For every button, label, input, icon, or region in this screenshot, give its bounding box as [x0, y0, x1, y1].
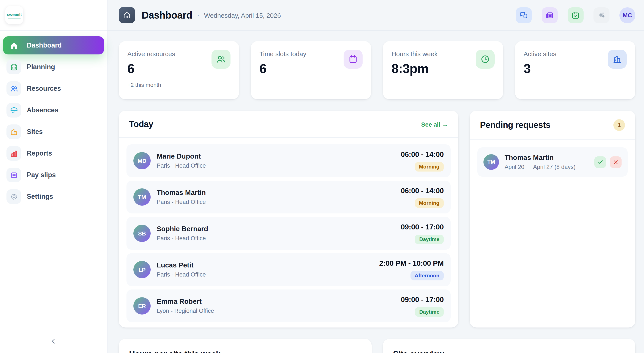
sidebar-header: sweeeft — [0, 0, 107, 31]
see-all-link[interactable]: See all → — [421, 121, 448, 128]
sidebar-nav: Dashboard Planning Resources Absences — [0, 31, 107, 329]
shift-row[interactable]: MD Marie Dupont Paris - Head Office 06:0… — [126, 144, 451, 177]
avatar: TM — [484, 154, 499, 170]
receipt-icon — [6, 168, 21, 182]
shift-badge: Daytime — [415, 234, 444, 244]
reject-button[interactable] — [610, 156, 622, 168]
app-root: sweeeft Dashboard Planning — [0, 0, 644, 353]
title-separator: · — [197, 11, 200, 19]
shift-row[interactable]: TM Thomas Martin Paris - Head Office 06:… — [126, 181, 451, 213]
stats-row: Active resources 6 +2 this month Time sl… — [119, 41, 635, 99]
home-badge-icon — [119, 7, 135, 23]
stat-card-time-slots: Time slots today 6 — [251, 41, 371, 99]
shift-time: 06:00 - 14:00 — [401, 150, 444, 159]
today-card-header: Today See all → — [119, 111, 458, 138]
umbrella-icon — [6, 103, 21, 118]
calendar-icon — [6, 60, 21, 74]
site-overview-card: Site overview — [383, 339, 635, 353]
check-icon — [597, 159, 603, 165]
main-area: Dashboard · Wednesday, April 15, 2026 — [108, 0, 644, 353]
page-header: Dashboard · Wednesday, April 15, 2026 — [108, 0, 644, 31]
page-title: Dashboard — [142, 9, 192, 21]
sidebar-item-label: Dashboard — [27, 42, 62, 49]
shift-name: Lucas Petit — [157, 261, 206, 269]
shift-site: Paris - Head Office — [157, 199, 206, 205]
avatar: TM — [134, 188, 151, 206]
shift-badge: Daytime — [415, 307, 444, 316]
sidebar-item-planning[interactable]: Planning — [3, 58, 104, 76]
shift-site: Paris - Head Office — [157, 235, 208, 241]
shift-time: 09:00 - 17:00 — [401, 295, 444, 304]
calendar-icon — [344, 50, 362, 69]
messages-button[interactable] — [516, 7, 532, 23]
shift-name: Thomas Martin — [157, 189, 206, 197]
approve-button[interactable] — [594, 156, 606, 168]
clock-icon — [476, 50, 495, 69]
stat-card-active-resources: Active resources 6 +2 this month — [119, 41, 239, 99]
user-avatar[interactable]: MC — [620, 7, 635, 23]
pending-title: Pending requests — [480, 120, 550, 130]
avatar: SB — [134, 225, 151, 242]
shift-name: Marie Dupont — [157, 153, 206, 160]
request-row[interactable]: TM Thomas Martin April 20 → April 27 (8 … — [478, 147, 628, 177]
gear-icon — [6, 189, 21, 204]
sidebar-item-label: Pay slips — [27, 171, 56, 179]
request-name: Thomas Martin — [504, 154, 576, 162]
shift-time: 06:00 - 14:00 — [401, 186, 444, 195]
sidebar-item-label: Planning — [27, 63, 55, 71]
sidebar-item-payslips[interactable]: Pay slips — [3, 166, 104, 184]
shift-site: Paris - Head Office — [157, 271, 206, 278]
calendar-check-button[interactable] — [568, 7, 584, 23]
today-title: Today — [129, 119, 153, 129]
stat-card-hours-week: Hours this week 8:3pm — [383, 41, 503, 99]
pending-card-header: Pending requests 1 — [470, 111, 635, 140]
shift-site: Lyon - Regional Office — [157, 308, 214, 314]
shift-badge: Morning — [414, 198, 444, 208]
stat-card-active-sites: Active sites 3 — [515, 41, 635, 99]
hours-per-site-card: Hours per site this week — [119, 339, 372, 353]
sidebar-footer — [0, 329, 107, 353]
bottom-row: Hours per site this week Site overview — [119, 339, 635, 353]
shift-name: Emma Robert — [157, 298, 214, 305]
sidebar-item-reports[interactable]: Reports — [3, 144, 104, 162]
shift-badge: Afternoon — [410, 271, 444, 280]
pending-list: TM Thomas Martin April 20 → April 27 (8 … — [470, 140, 635, 184]
sidebar-item-label: Settings — [27, 193, 53, 200]
middle-row: Today See all → MD Marie Dupont Paris - … — [119, 111, 635, 327]
news-button[interactable] — [542, 7, 558, 23]
building-icon — [608, 50, 627, 69]
sidebar-item-settings[interactable]: Settings — [3, 188, 104, 206]
sidebar-item-label: Resources — [27, 85, 61, 93]
sidebar-collapse-button[interactable] — [46, 334, 60, 348]
users-icon — [212, 50, 230, 69]
shift-row[interactable]: LP Lucas Petit Paris - Head Office 2:00 … — [126, 253, 451, 286]
sidebar-item-absences[interactable]: Absences — [3, 101, 104, 119]
logo-tagline — [8, 18, 21, 18]
users-icon — [6, 81, 21, 96]
assistant-button[interactable] — [594, 7, 610, 23]
content: Active resources 6 +2 this month Time sl… — [108, 31, 644, 353]
sidebar-item-resources[interactable]: Resources — [3, 80, 104, 98]
pending-requests-card: Pending requests 1 TM Thomas Martin Apri… — [470, 111, 635, 327]
sidebar-item-sites[interactable]: Sites — [3, 123, 104, 141]
logo-text: sweeeft — [7, 12, 22, 17]
sparkles-icon — [598, 11, 606, 19]
site-overview-title: Site overview — [393, 349, 625, 353]
shift-row[interactable]: SB Sophie Bernard Paris - Head Office 09… — [126, 217, 451, 250]
shift-name: Sophie Bernard — [157, 225, 208, 233]
sidebar: sweeeft Dashboard Planning — [0, 0, 108, 353]
shift-row[interactable]: ER Emma Robert Lyon - Regional Office 09… — [126, 289, 451, 322]
bar-chart-icon — [6, 146, 21, 161]
building-icon — [6, 124, 21, 139]
pending-count-badge: 1 — [613, 119, 625, 131]
hours-per-site-title: Hours per site this week — [129, 349, 361, 353]
chat-bubbles-icon — [520, 11, 528, 19]
sidebar-item-label: Sites — [27, 128, 43, 136]
today-list: MD Marie Dupont Paris - Head Office 06:0… — [119, 138, 458, 327]
sidebar-item-dashboard[interactable]: Dashboard — [3, 36, 104, 55]
avatar: MD — [134, 152, 151, 169]
calendar-check-icon — [572, 11, 580, 19]
today-card: Today See all → MD Marie Dupont Paris - … — [119, 111, 458, 327]
x-icon — [613, 159, 618, 165]
app-logo[interactable]: sweeeft — [5, 6, 23, 24]
